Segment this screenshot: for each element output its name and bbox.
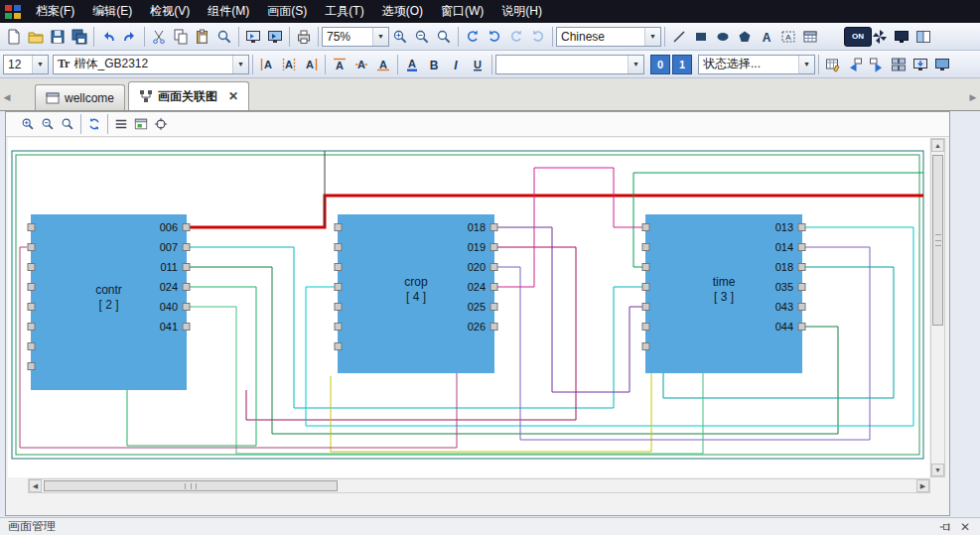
italic-icon[interactable]: I (445, 54, 467, 75)
state0-button[interactable]: 0 (650, 55, 670, 74)
input-pin[interactable] (28, 363, 35, 370)
output-pin[interactable] (490, 244, 497, 251)
zoom-in-icon[interactable] (18, 114, 38, 134)
align-center-icon[interactable]: A (278, 54, 300, 75)
menu-item[interactable]: 检视(V) (141, 0, 199, 23)
output-pin[interactable] (183, 264, 190, 271)
output-pin[interactable] (798, 264, 805, 271)
output-pin[interactable] (490, 324, 497, 331)
input-pin[interactable] (642, 264, 649, 271)
tab-scroll-right-icon[interactable]: ▶ (966, 84, 980, 110)
input-pin[interactable] (642, 343, 649, 350)
valign-bottom-icon[interactable]: A (372, 54, 394, 75)
input-pin[interactable] (335, 244, 342, 251)
zoom-fit-icon[interactable] (433, 26, 455, 48)
input-pin[interactable] (335, 304, 342, 311)
paste-icon[interactable] (192, 26, 213, 48)
capture-icon[interactable]: A (777, 26, 799, 48)
diagram-canvas[interactable]: contr[ 2 ]006007011024040041crop[ 4 ]018… (8, 138, 929, 477)
input-pin[interactable] (642, 224, 649, 231)
menu-item[interactable]: 选项(O) (373, 0, 432, 23)
vertical-scroll-thumb[interactable] (932, 155, 943, 326)
output-pin[interactable] (798, 224, 805, 231)
output-pin[interactable] (490, 224, 497, 231)
chevron-down-icon[interactable]: ▼ (372, 28, 388, 46)
menu-item[interactable]: 画面(S) (258, 0, 316, 23)
overview-window-icon[interactable] (131, 114, 151, 134)
draw-ellipse-icon[interactable] (712, 26, 734, 48)
menu-item[interactable]: 说明(H) (492, 0, 551, 23)
bold-icon[interactable]: B (423, 54, 445, 75)
input-pin[interactable] (28, 264, 35, 271)
input-pin[interactable] (335, 324, 342, 331)
crosshair-icon[interactable] (151, 114, 171, 134)
menu-item[interactable]: 编辑(E) (83, 0, 141, 23)
menu-item[interactable]: 窗口(W) (432, 0, 492, 23)
input-pin[interactable] (28, 304, 35, 311)
zoom-out-icon[interactable] (411, 26, 433, 48)
list-icon[interactable] (111, 114, 131, 134)
scroll-left-icon[interactable]: ◀ (29, 479, 42, 492)
prev-screen-icon[interactable] (844, 54, 866, 75)
chevron-down-icon[interactable]: ▼ (232, 56, 248, 73)
download-screen-icon[interactable] (910, 54, 931, 75)
scroll-right-icon[interactable]: ▶ (916, 479, 929, 492)
horizontal-scrollbar[interactable]: ◀ ▶ (28, 478, 930, 493)
input-pin[interactable] (642, 244, 649, 251)
input-pin[interactable] (28, 324, 35, 331)
online-simulate-icon[interactable] (264, 26, 286, 48)
font-size-value[interactable]: 12 (4, 58, 32, 71)
pin-icon[interactable] (938, 520, 952, 534)
text-tool-icon[interactable]: A (756, 26, 777, 48)
zoom-actual-icon[interactable] (58, 114, 77, 134)
copy-icon[interactable] (170, 26, 192, 48)
rotate-ccw-icon[interactable] (462, 26, 484, 48)
tab-screen-association[interactable]: 画面关联图 ✕ (128, 81, 249, 110)
input-pin[interactable] (335, 264, 342, 271)
horizontal-scroll-thumb[interactable] (44, 480, 338, 491)
input-pin[interactable] (28, 244, 35, 251)
output-pin[interactable] (490, 304, 497, 311)
output-pin[interactable] (183, 244, 190, 251)
tag-combo[interactable]: ▼ (495, 55, 644, 74)
output-pin[interactable] (490, 264, 497, 271)
redo-icon[interactable] (119, 26, 141, 48)
vertical-scrollbar[interactable]: ▲ ▼ (930, 138, 945, 477)
parts-icon[interactable] (869, 26, 891, 48)
draw-rect-icon[interactable] (690, 26, 712, 48)
draw-polygon-icon[interactable] (734, 26, 756, 48)
table-edit-icon[interactable] (822, 54, 844, 75)
input-pin[interactable] (28, 284, 35, 291)
chevron-down-icon[interactable]: ▼ (32, 56, 48, 73)
menu-item[interactable]: 档案(F) (27, 0, 83, 23)
input-pin[interactable] (335, 284, 342, 291)
scroll-down-icon[interactable]: ▼ (931, 464, 944, 476)
output-pin[interactable] (183, 304, 190, 311)
chevron-down-icon[interactable]: ▼ (628, 56, 643, 73)
chevron-down-icon[interactable]: ▼ (798, 56, 814, 73)
save-all-icon[interactable] (69, 26, 90, 48)
output-pin[interactable] (798, 284, 805, 291)
new-file-icon[interactable] (3, 26, 25, 48)
output-pin[interactable] (183, 324, 190, 331)
split-window-icon[interactable] (912, 26, 934, 48)
input-pin[interactable] (642, 324, 649, 331)
valign-top-icon[interactable]: A (329, 54, 350, 75)
scroll-up-icon[interactable]: ▲ (931, 139, 944, 152)
input-pin[interactable] (28, 224, 35, 231)
zoom-combo[interactable]: 75% ▼ (322, 27, 389, 47)
align-left-icon[interactable]: A (256, 54, 278, 75)
underline-icon[interactable]: U (467, 54, 489, 75)
output-pin[interactable] (490, 284, 497, 291)
table-icon[interactable] (799, 26, 821, 48)
input-pin[interactable] (335, 224, 342, 231)
state-select-value[interactable]: 状态选择... (699, 56, 798, 72)
output-pin[interactable] (798, 304, 805, 311)
input-pin[interactable] (335, 343, 342, 350)
language-combo[interactable]: Chinese ▼ (556, 27, 661, 47)
state1-button[interactable]: 1 (672, 55, 692, 74)
font-size-combo[interactable]: 12 ▼ (3, 55, 49, 74)
undo-icon[interactable] (97, 26, 119, 48)
output-pin[interactable] (798, 244, 805, 251)
draw-line-icon[interactable] (668, 26, 690, 48)
